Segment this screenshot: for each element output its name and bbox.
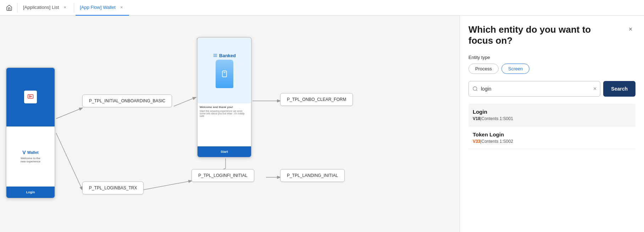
svg-rect-10 xyxy=(222,71,227,77)
result-login-name: Login xyxy=(473,109,631,115)
result-login-meta: V18|Contents 1:S001 xyxy=(473,116,631,121)
node-p-tpl-landing-label: P_TPL_LANDING_INITIAL xyxy=(287,173,338,178)
entity-type-label: Entity type xyxy=(468,55,635,60)
panel-title: Which entity do you want to focus on? xyxy=(468,24,617,46)
node-p-tpl-loginfi[interactable]: P_TPL_LOGINFI_INITIAL xyxy=(191,169,254,182)
results-list: Login V18|Contents 1:S001 Token Login V3… xyxy=(468,104,635,149)
tab-applications-close[interactable]: × xyxy=(62,4,68,11)
result-item-login[interactable]: Login V18|Contents 1:S001 xyxy=(468,104,635,126)
svg-line-13 xyxy=(476,90,477,91)
welcome-screen-mid: Welcome and thank you! Start this amazin… xyxy=(198,103,251,146)
search-button[interactable]: Search xyxy=(603,81,635,97)
svg-point-12 xyxy=(473,87,477,91)
search-icon xyxy=(472,86,478,92)
node-p-tpl-initial-label: P_TPL_INITIAL_ONBOARDING_BASIC xyxy=(89,98,165,103)
welcome-screen-top: Banked xyxy=(198,38,251,103)
welcome-screen-bottom: Start xyxy=(198,146,251,157)
tab-appflow-label: [App Flow] Wallet xyxy=(80,5,116,10)
search-row: × Search xyxy=(468,81,635,97)
login-screen-mid: V Wallet Welcome to thenew experience xyxy=(6,126,55,187)
node-p-tpl-loginfi-label: P_TPL_LOGINFI_INITIAL xyxy=(198,173,248,178)
login-screen-top xyxy=(6,68,55,126)
node-p-tpl-initial[interactable]: P_TPL_INITIAL_ONBOARDING_BASIC xyxy=(82,95,172,107)
result-item-token-login[interactable]: Token Login V33|Contents 1:S002 xyxy=(468,126,635,149)
node-p-tpl-onbo[interactable]: P_TPL_ONBO_CLEAR_FORM xyxy=(280,93,353,106)
svg-line-1 xyxy=(56,133,82,190)
svg-line-2 xyxy=(174,97,196,106)
svg-line-7 xyxy=(144,181,191,190)
process-button[interactable]: Process xyxy=(468,64,499,74)
node-p-tpl-landing[interactable]: P_TPL_LANDING_INITIAL xyxy=(280,169,345,182)
node-p-tpl-onbo-label: P_TPL_ONBO_CLEAR_FORM xyxy=(287,97,346,102)
panel-header: Which entity do you want to focus on? × xyxy=(468,24,635,46)
svg-rect-8 xyxy=(28,95,33,99)
result-login-version: V18 xyxy=(473,116,480,121)
welcome-screen-node[interactable]: Banked Welcome and thank you! Start this… xyxy=(197,37,252,158)
svg-marker-9 xyxy=(29,96,32,98)
node-p-tpl-loginbas-label: P_TPL_LOGINBAS_TRX xyxy=(89,185,137,190)
result-token-login-name: Token Login xyxy=(473,131,631,137)
login-screen-bottom: Login xyxy=(6,187,55,198)
right-panel: Which entity do you want to focus on? × … xyxy=(460,16,644,232)
panel-close-button[interactable]: × xyxy=(626,24,635,34)
entity-type-buttons: Process Screen xyxy=(468,64,635,74)
tab-bar: [Applications] List × [App Flow] Wallet … xyxy=(0,0,644,16)
login-screen-node[interactable]: V Wallet Welcome to thenew experience Lo… xyxy=(6,67,55,199)
search-input-wrapper: × xyxy=(468,81,600,97)
result-token-login-meta-text: Contents 1:S002 xyxy=(481,139,513,144)
tab-divider xyxy=(17,3,17,13)
app-container: [Applications] List × [App Flow] Wallet … xyxy=(0,0,644,232)
tab-divider-2 xyxy=(74,3,74,13)
tab-applications[interactable]: [Applications] List × xyxy=(19,0,72,16)
screen-button[interactable]: Screen xyxy=(501,64,529,74)
search-clear-icon[interactable]: × xyxy=(593,86,596,92)
svg-line-0 xyxy=(56,108,82,119)
search-input[interactable] xyxy=(481,86,590,92)
tab-applications-label: [Applications] List xyxy=(23,5,59,10)
result-token-login-version: V33 xyxy=(473,139,480,144)
result-login-meta-text: Contents 1:S001 xyxy=(481,116,513,121)
tab-appflow[interactable]: [App Flow] Wallet × xyxy=(76,0,129,16)
node-p-tpl-loginbas[interactable]: P_TPL_LOGINBAS_TRX xyxy=(82,182,144,194)
home-icon[interactable] xyxy=(3,1,16,14)
main-area: Login V18|contents1:S001 V Wallet xyxy=(0,16,644,232)
canvas-area[interactable]: Login V18|contents1:S001 V Wallet xyxy=(0,16,460,232)
tab-appflow-close[interactable]: × xyxy=(118,4,125,11)
result-token-login-meta: V33|Contents 1:S002 xyxy=(473,139,631,144)
